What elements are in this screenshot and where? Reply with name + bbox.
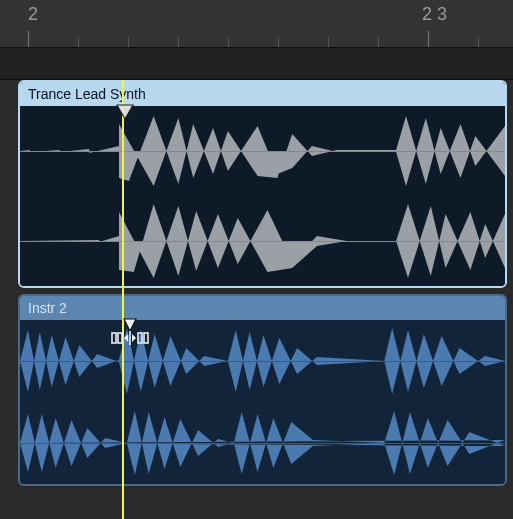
ruler-tick — [378, 37, 379, 47]
ruler-tick — [428, 31, 429, 47]
flex-marker-icon[interactable] — [116, 104, 134, 120]
waveform-midline — [20, 151, 505, 152]
ruler-tick — [228, 37, 229, 47]
svg-rect-2 — [118, 333, 122, 343]
region-body[interactable] — [20, 106, 505, 286]
waveform-midline — [20, 443, 505, 444]
flex-split-marker-icon[interactable] — [110, 318, 150, 346]
ruler-tick — [28, 31, 29, 47]
region-header[interactable]: Trance Lead Synth — [20, 82, 505, 106]
tracks-area[interactable]: Trance Lead Synth — [0, 80, 513, 486]
empty-track-area — [0, 48, 513, 80]
region-body[interactable] — [20, 320, 505, 484]
ruler-tick — [78, 37, 79, 47]
ruler-tick — [328, 37, 329, 47]
svg-rect-3 — [138, 333, 142, 343]
ruler-tick — [478, 37, 479, 47]
ruler-tick — [128, 37, 129, 47]
waveform-midline — [20, 361, 505, 362]
svg-rect-4 — [144, 333, 148, 343]
region-header[interactable]: Instr 2 — [20, 296, 505, 320]
ruler-tick — [278, 37, 279, 47]
waveform-midline — [20, 241, 505, 242]
bar-number: 2 3 — [422, 4, 447, 25]
region-name: Instr 2 — [28, 300, 67, 316]
bar-number: 2 — [28, 4, 38, 25]
timeline-ruler[interactable]: 2 2 3 — [0, 0, 513, 48]
region-name: Trance Lead Synth — [28, 86, 146, 102]
audio-region[interactable]: Instr 2 — [18, 294, 507, 486]
ruler-tick — [178, 37, 179, 47]
audio-region-selected[interactable]: Trance Lead Synth — [18, 80, 507, 288]
svg-rect-1 — [112, 333, 116, 343]
